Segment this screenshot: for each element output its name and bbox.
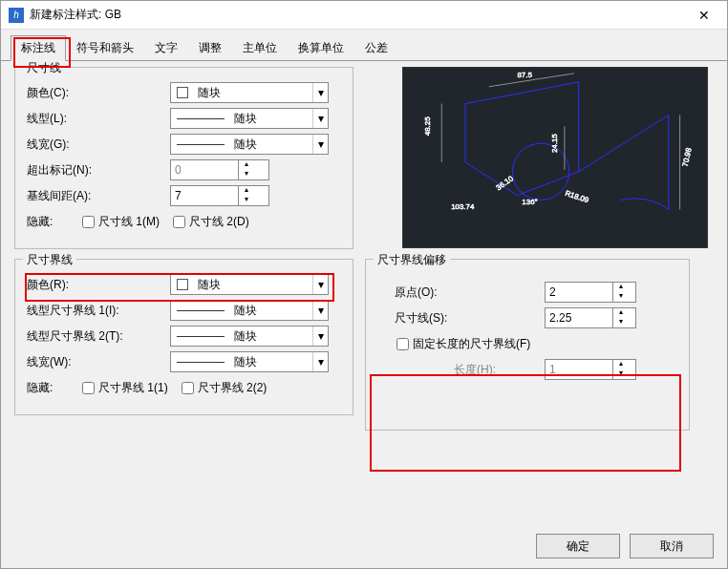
chevron-down-icon: ▾ xyxy=(312,135,328,154)
svg-text:87.5: 87.5 xyxy=(517,71,532,79)
cancel-button[interactable]: 取消 xyxy=(630,534,714,558)
chevron-down-icon: ▾ xyxy=(312,301,328,320)
offset-group: 尺寸界线偏移 原点(O): ▴▾ 尺寸线(S): ▴▾ 固定长度的尺寸界线(F) xyxy=(365,259,690,431)
dimline-offset-spin[interactable]: ▴▾ xyxy=(545,307,636,328)
color-combo[interactable]: 随块▾ xyxy=(170,82,329,103)
fixed-length-check[interactable]: 固定长度的尺寸界线(F) xyxy=(396,336,530,352)
hide-label: 隐藏: xyxy=(27,214,82,230)
ext-lt1-combo[interactable]: 随块▾ xyxy=(170,300,329,321)
extend-beyond-label: 超出标记(N): xyxy=(27,162,170,179)
chevron-down-icon: ▾ xyxy=(312,275,328,294)
offset-legend: 尺寸界线偏移 xyxy=(374,252,450,268)
tab-fit[interactable]: 调整 xyxy=(188,35,232,61)
svg-point-0 xyxy=(512,143,568,200)
lineweight-combo[interactable]: 随块▾ xyxy=(170,134,329,155)
dimline-group: 尺寸线 颜色(C): 随块▾ 线型(L): 随块▾ 线宽(G): 随块▾ 超出标… xyxy=(14,67,353,249)
svg-text:103.74: 103.74 xyxy=(451,202,475,211)
spin-down-icon: ▾ xyxy=(613,292,628,302)
tab-arrows[interactable]: 符号和箭头 xyxy=(66,35,144,61)
tab-bar: 标注线 符号和箭头 文字 调整 主单位 换算单位 公差 xyxy=(1,30,727,61)
tab-dimline[interactable]: 标注线 xyxy=(11,35,66,61)
length-label: 长度(H): xyxy=(377,362,545,378)
extline2-check[interactable]: 尺寸界线 2(2) xyxy=(182,380,268,396)
linetype-label: 线型(L): xyxy=(27,111,170,127)
lineweight-label: 线宽(G): xyxy=(27,137,170,153)
spin-down-icon: ▾ xyxy=(613,369,628,379)
baseline-spacing-spin[interactable]: ▴▾ xyxy=(170,185,269,206)
svg-text:48.25: 48.25 xyxy=(423,116,432,136)
chevron-down-icon: ▾ xyxy=(312,327,328,346)
dimline1-check[interactable]: 尺寸线 1(M) xyxy=(82,214,160,230)
baseline-spacing-label: 基线间距(A): xyxy=(27,188,170,204)
extend-beyond-spin: ▴▾ xyxy=(170,159,269,180)
close-icon[interactable]: ✕ xyxy=(689,4,719,27)
extline-group: 尺寸界线 颜色(R): 随块▾ 线型尺寸界线 1(I): 随块▾ 线型尺寸界线 … xyxy=(14,259,353,415)
titlebar: h 新建标注样式: GB ✕ xyxy=(1,1,727,30)
svg-text:24.15: 24.15 xyxy=(550,134,559,153)
ext-color-label: 颜色(R): xyxy=(27,277,170,293)
spin-down-icon: ▾ xyxy=(613,318,628,327)
ext-lw-combo[interactable]: 随块▾ xyxy=(170,351,329,372)
chevron-down-icon: ▾ xyxy=(312,352,328,371)
svg-text:70.98: 70.98 xyxy=(681,146,694,167)
window-title: 新建标注样式: GB xyxy=(30,7,689,23)
ext-hide-label: 隐藏: xyxy=(27,380,82,396)
ext-lt1-label: 线型尺寸界线 1(I): xyxy=(27,303,170,319)
tab-alt[interactable]: 换算单位 xyxy=(288,35,354,61)
tab-primary[interactable]: 主单位 xyxy=(232,35,288,61)
app-icon: h xyxy=(9,8,24,23)
chevron-down-icon: ▾ xyxy=(312,83,328,102)
dimline-legend: 尺寸线 xyxy=(23,60,65,76)
tab-text[interactable]: 文字 xyxy=(144,35,188,61)
color-label: 颜色(C): xyxy=(27,85,170,101)
dimline-offset-label: 尺寸线(S): xyxy=(377,310,545,327)
spin-down-icon: ▾ xyxy=(239,170,253,179)
spin-down-icon: ▾ xyxy=(239,196,253,205)
extline-legend: 尺寸界线 xyxy=(23,252,76,268)
ok-button[interactable]: 确定 xyxy=(536,534,620,558)
ext-color-combo[interactable]: 随块▾ xyxy=(170,274,329,295)
dimension-preview: 87.5 48.25 24.15 70.98 103.74 36.10 136°… xyxy=(402,67,708,248)
ext-lw-label: 线宽(W): xyxy=(27,354,170,370)
origin-offset-label: 原点(O): xyxy=(377,284,545,301)
svg-text:R18.09: R18.09 xyxy=(564,189,590,205)
length-spin: ▴▾ xyxy=(545,359,636,380)
svg-text:136°: 136° xyxy=(522,198,537,206)
origin-offset-spin[interactable]: ▴▾ xyxy=(545,282,636,303)
ext-lt2-label: 线型尺寸界线 2(T): xyxy=(27,328,170,345)
svg-text:36.10: 36.10 xyxy=(495,174,516,192)
chevron-down-icon: ▾ xyxy=(312,109,328,128)
tab-tol[interactable]: 公差 xyxy=(354,35,398,61)
linetype-combo[interactable]: 随块▾ xyxy=(170,108,329,129)
ext-lt2-combo[interactable]: 随块▾ xyxy=(170,326,329,347)
dimline2-check[interactable]: 尺寸线 2(D) xyxy=(173,214,249,230)
extline1-check[interactable]: 尺寸界线 1(1) xyxy=(82,380,168,396)
